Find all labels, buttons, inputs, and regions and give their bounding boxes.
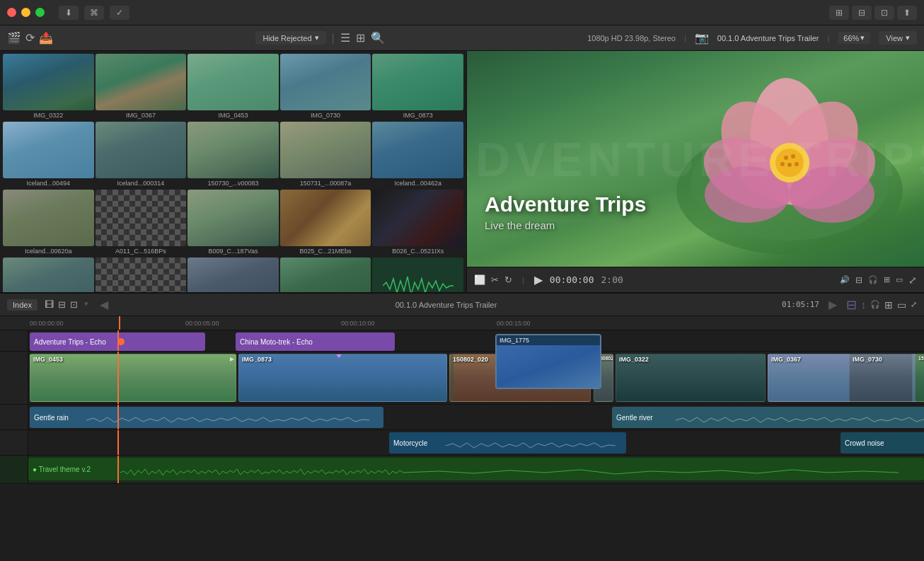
clip-label: Iceland...00620a (3, 246, 94, 256)
minimize-button[interactable] (21, 8, 30, 17)
ruler-time-0: 00:00:00:00 (30, 320, 64, 327)
maximize-button[interactable] (35, 8, 45, 17)
list-item[interactable]: Iceland...000314 (96, 122, 187, 188)
waveform-icon[interactable]: ⊡ (70, 299, 78, 310)
video-clip-4[interactable]: IMG_0322 (616, 354, 766, 402)
music-clip-2[interactable]: China Moto-trek - Echo (236, 332, 395, 351)
theme-clip[interactable]: ● Travel theme v.2 (28, 458, 924, 480)
play-button[interactable]: ▶ (534, 273, 543, 287)
list-item[interactable]: B009_C...187Vas (187, 190, 279, 256)
list-item[interactable]: 150730_...v00083 (187, 122, 279, 188)
clip-label: Iceland...00462a (372, 178, 463, 188)
list-item[interactable]: C003_C...WZacs (280, 258, 371, 292)
ruler-time-15: 00:00:15:00 (497, 320, 531, 327)
list-item[interactable]: IMG_0873 (372, 54, 463, 120)
clip-thumbnail (372, 258, 463, 292)
separator-7: ▶ (828, 298, 837, 311)
layout-icon[interactable]: ⊡ (874, 6, 894, 20)
index-button[interactable]: Index (7, 299, 37, 311)
clip-thumbnail (187, 122, 279, 178)
waveform-display-icon[interactable]: ↕ (861, 299, 866, 311)
list-item[interactable]: Iceland...00494 (3, 122, 94, 188)
audio-icon[interactable]: 🔊 (840, 275, 850, 284)
audio-clip-gentle-rain[interactable]: Gentle rain (30, 407, 383, 428)
chevron-down-icon: ▾ (315, 33, 319, 42)
clip-label: B025_C...21MEbs (280, 246, 371, 256)
key-icon[interactable]: ⌘ (84, 6, 104, 20)
clip-label: 150731_...00087a (280, 178, 371, 188)
expand-icon[interactable]: ⤢ (911, 300, 917, 309)
video-clip-7[interactable]: 15... (915, 354, 924, 402)
close-button[interactable] (7, 8, 16, 17)
layout-2-icon[interactable]: ⊞ (884, 299, 893, 311)
search-icon[interactable]: 🔍 (371, 31, 385, 45)
list-view-icon[interactable]: ☰ (340, 31, 350, 45)
split-icon[interactable]: ⊞ (884, 275, 890, 284)
grid-view-icon[interactable]: ⊞ (356, 31, 365, 45)
list-item[interactable]: IMG_0367 (96, 54, 187, 120)
check-icon[interactable]: ✓ (110, 6, 129, 20)
list-item[interactable]: Iceland...00620a (3, 190, 94, 256)
playback-controls: ⬜ ✂ ↻ (474, 274, 512, 285)
film-icon[interactable]: 🎬 (7, 31, 21, 45)
ruler-time-10: 00:00:10:00 (341, 320, 375, 327)
list-item[interactable]: Iceland...00462a (372, 122, 463, 188)
floating-clip-thumb (497, 345, 600, 388)
export-icon[interactable]: 📤 (39, 31, 53, 45)
list-item[interactable]: IMG_0730 (280, 54, 371, 120)
floating-clip[interactable]: IMG_1775 (495, 334, 601, 389)
grid-icon[interactable]: ⊞ (829, 6, 849, 20)
list-item[interactable]: 150731_...00087a (280, 122, 371, 188)
svg-point-13 (787, 163, 792, 167)
toolbar-left: 🎬 ⟳ 📤 (7, 31, 53, 45)
list-item[interactable]: B026_C...0521IXs (372, 190, 463, 256)
video-clip-label-3: 150802_020 (453, 356, 488, 363)
audio-clip-crowd-noise[interactable]: Crowd noise (841, 432, 924, 453)
fit-view-icon[interactable]: ▭ (897, 299, 906, 311)
headphone-icon-2[interactable]: 🎧 (870, 300, 880, 309)
bars-icon[interactable]: ⊟ (855, 275, 862, 285)
fit-icon[interactable]: ▭ (896, 275, 903, 284)
list-item[interactable]: IMG_0322 (3, 54, 94, 120)
import-icon[interactable]: ⟳ (25, 31, 35, 45)
music-echo-track: Adventure Trips - Echo China Moto-trek -… (0, 330, 924, 352)
share-icon[interactable]: ⬆ (897, 6, 917, 20)
trim-icon[interactable]: ✂ (491, 274, 499, 285)
list-item[interactable]: B002_C...14TNas (96, 258, 187, 292)
hide-rejected-button[interactable]: Hide Rejected ▾ (255, 31, 325, 45)
track-content-audio2: Motorcycle Crowd noise (28, 430, 924, 455)
collapse-icon[interactable]: ⊟ (58, 299, 66, 310)
list-item[interactable]: B028_C...21A6as (3, 258, 94, 292)
clip-appearance-icon[interactable]: 🎞 (45, 299, 54, 310)
separator-5: ▾ (84, 299, 88, 310)
list-item[interactable]: IMG_0453 (187, 54, 279, 120)
add-to-timeline-icon[interactable]: ⊟ (846, 297, 857, 313)
audio-clip-gentle-river[interactable]: Gentle river (612, 407, 924, 428)
headphones-icon[interactable]: 🎧 (868, 275, 878, 284)
list-item[interactable]: C004_C...5U6acs (187, 258, 279, 292)
video-clip-2[interactable]: IMG_0873 (238, 354, 447, 402)
list-item[interactable]: A011_C...516BPs (96, 190, 187, 256)
titlebar: ⬇ ⌘ ✓ ⊞ ⊟ ⊡ ⬆ (0, 0, 924, 25)
chevron-down-icon-2: ▾ (860, 33, 865, 42)
format-label: 1080p HD 23.98p, Stereo (587, 34, 676, 42)
clip-marker-diamond (335, 354, 343, 358)
list-item[interactable]: Travel theme v.2 (372, 258, 463, 292)
video-clip-6[interactable]: IMG_0730 (849, 354, 913, 402)
track-header-video (0, 352, 28, 404)
list-item[interactable]: B025_C...21MEbs (280, 190, 371, 256)
view-button[interactable]: View ▾ (879, 31, 917, 45)
camera-icon: 📷 (695, 31, 709, 45)
download-icon[interactable]: ⬇ (59, 6, 79, 20)
rotate-icon[interactable]: ↻ (504, 274, 512, 285)
theme-clip-label: ● Travel theme v.2 (33, 465, 91, 473)
audio-clip-motorcycle[interactable]: Motorcycle (389, 432, 626, 453)
fullscreen-icon[interactable]: ⤢ (908, 274, 917, 286)
video-clip-1[interactable]: IMG_0453 ▶ (30, 354, 236, 402)
crop-icon[interactable]: ⬜ (474, 274, 485, 285)
panels-icon[interactable]: ⊟ (852, 6, 872, 20)
clip-thumbnail (3, 54, 94, 110)
timeline-right-controls: ⊟ ↕ 🎧 ⊞ ▭ ⤢ (846, 297, 917, 313)
view-label: View (886, 34, 903, 42)
zoom-level-button[interactable]: 66% ▾ (838, 32, 870, 44)
